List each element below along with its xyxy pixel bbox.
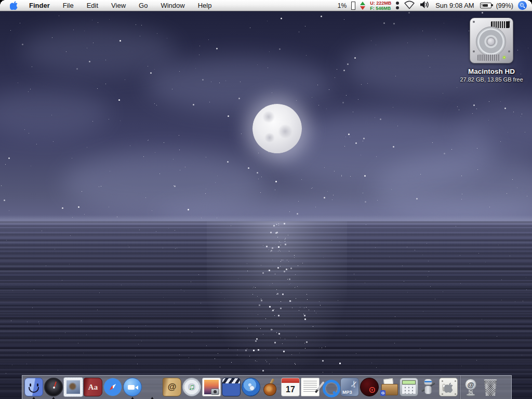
dock-item-safari[interactable]: [103, 378, 123, 399]
iphoto-icon: [202, 378, 221, 396]
cpu-usage-label[interactable]: 1%: [338, 2, 347, 9]
menu-bar: Finder File Edit View Go Window Help 1% …: [0, 0, 532, 11]
hard-drive-icon: [470, 18, 513, 63]
volume-icon[interactable]: [420, 1, 430, 10]
menu-window[interactable]: Window: [161, 2, 184, 9]
dock-item-address-book[interactable]: @: [162, 378, 182, 399]
idvd-icon: [242, 378, 260, 396]
dock-item-ichat[interactable]: [123, 378, 142, 399]
memory-free-label: F: 546MB: [370, 6, 391, 11]
apple-menu[interactable]: [8, 1, 19, 10]
desktop-screen: Finder File Edit View Go Window Help 1% …: [0, 0, 532, 399]
spotlight-icon[interactable]: [518, 1, 527, 10]
menu-help[interactable]: Help: [198, 2, 212, 9]
dock-item-imovie[interactable]: [221, 378, 241, 399]
menu-items: Finder File Edit View Go Window Help: [29, 2, 211, 9]
dock-item-url-shortcut[interactable]: @: [461, 378, 481, 399]
imovie-icon: [222, 378, 241, 396]
running-indicator: [130, 397, 135, 399]
package-app-icon: G: [380, 378, 398, 396]
running-indicator: [51, 397, 56, 399]
dictionary-icon: Aa: [84, 378, 102, 396]
calculator-icon: [400, 378, 418, 396]
itunes-icon: ♫: [182, 378, 201, 396]
automator-icon: [419, 378, 438, 396]
system-preferences-icon: [439, 378, 458, 396]
menu-file[interactable]: File: [63, 2, 74, 9]
dock-item-trash[interactable]: [481, 378, 500, 399]
finder-icon: [24, 378, 43, 396]
hd-icon-detail: 27.82 GB, 13.85 GB free: [453, 76, 530, 83]
dock-item-msn-messenger[interactable]: [142, 378, 162, 399]
cpu-meter-icon[interactable]: [351, 2, 355, 10]
audio-hijack-icon: [360, 378, 379, 396]
menu-view[interactable]: View: [111, 2, 126, 9]
menu-go[interactable]: Go: [139, 2, 148, 9]
dock-item-audio-hijack[interactable]: [360, 378, 379, 399]
msn-messenger-icon: [143, 378, 162, 396]
battery-charging-icon[interactable]: [480, 3, 491, 8]
dock-item-quicktime[interactable]: [320, 378, 340, 399]
ichat-icon: [123, 378, 142, 396]
url-shortcut-icon: @: [461, 378, 480, 396]
menu-extras: 1% U: 222MB F: 546MB Sun 9:08 AM: [338, 0, 532, 11]
dock-item-finder[interactable]: [24, 378, 44, 399]
mail-icon: [64, 378, 83, 396]
dock: Aa@♫17MP3✂G@: [22, 375, 512, 399]
dock-item-itunes[interactable]: ♫: [182, 378, 202, 399]
hd-icon-label: Macintosh HD: [453, 68, 530, 75]
quicktime-icon: [321, 378, 339, 396]
airport-icon[interactable]: [404, 1, 415, 11]
dock-item-dictionary[interactable]: Aa: [83, 378, 103, 399]
dock-item-textedit[interactable]: [300, 378, 320, 399]
apple-logo-icon: [10, 1, 18, 9]
screen-corner-right: [528, 0, 532, 4]
dock-separator: [459, 376, 460, 399]
dashboard-icon: [44, 378, 63, 396]
network-arrows-icon[interactable]: [360, 2, 365, 10]
screen-corner-left: [0, 0, 4, 4]
memory-used-label: U: 222MB: [370, 1, 391, 6]
garageband-icon: [261, 378, 280, 396]
dock-item-iphoto[interactable]: [202, 378, 221, 399]
menu-finder[interactable]: Finder: [29, 2, 50, 9]
status-dots-icon[interactable]: [396, 2, 399, 9]
trash-icon: [483, 379, 498, 396]
safari-icon: [103, 378, 122, 396]
dock-item-automator[interactable]: [419, 378, 438, 399]
clock-label[interactable]: Sun 9:08 AM: [434, 2, 475, 9]
ical-icon: 17: [281, 378, 300, 396]
dock-item-mp3-trimmer[interactable]: MP3✂: [340, 378, 360, 399]
desktop-icon-macintosh-hd[interactable]: Macintosh HD 27.82 GB, 13.85 GB free: [453, 18, 530, 83]
dock-item-system-preferences[interactable]: [438, 378, 458, 399]
dock-item-garageband[interactable]: [261, 378, 281, 399]
wallpaper-moonlit-sea: [0, 0, 532, 399]
running-indicator: [32, 397, 36, 399]
running-indicator: [150, 397, 154, 399]
dock-item-mail[interactable]: [63, 378, 83, 399]
menu-edit[interactable]: Edit: [87, 2, 98, 9]
memory-meter[interactable]: U: 222MB F: 546MB: [370, 1, 391, 11]
battery-percent-label: (99%): [496, 2, 513, 9]
textedit-icon: [301, 378, 320, 396]
dock-item-idvd[interactable]: [241, 378, 261, 399]
mp3-trimmer-icon: MP3✂: [340, 378, 359, 396]
dock-item-calculator[interactable]: [399, 378, 419, 399]
moon-reflection: [207, 221, 347, 388]
full-moon: [252, 104, 302, 153]
address-book-icon: @: [163, 378, 181, 396]
dock-item-package-app[interactable]: G: [379, 378, 399, 399]
dock-item-dashboard[interactable]: [44, 378, 63, 399]
dock-item-ical[interactable]: 17: [281, 378, 300, 399]
